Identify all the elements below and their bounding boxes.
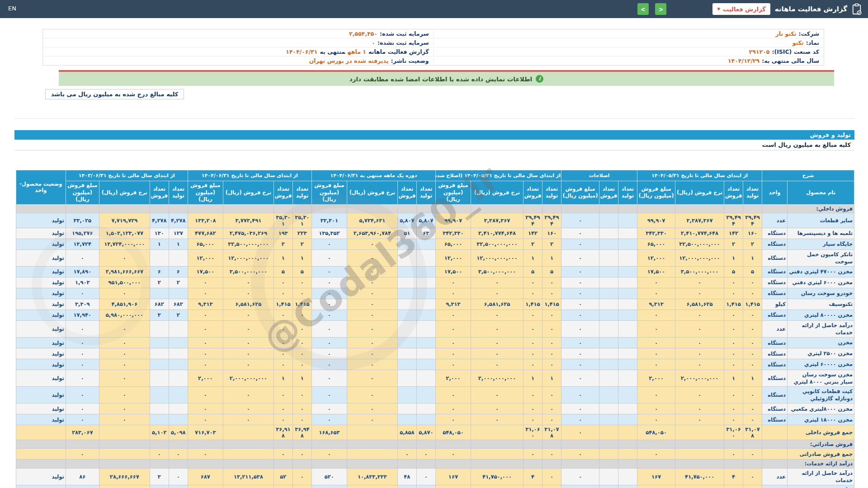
value-cell: ۲,۴۱۰,۷۷۴,۶۴۸ bbox=[471, 228, 523, 239]
value-cell: ۰ bbox=[561, 249, 599, 266]
value-cell bbox=[599, 310, 618, 320]
value-cell: ۳۴۲,۳۳۰ bbox=[637, 228, 675, 239]
value-cell: ۰ bbox=[169, 468, 188, 485]
value-cell: ۰ bbox=[99, 249, 150, 266]
value-cell: ۱۳۵,۳۵۲ bbox=[311, 228, 347, 239]
value-cell: ۰ bbox=[523, 404, 542, 414]
status-cell: تولید bbox=[16, 266, 66, 277]
value-cell: ۶,۵۸۱,۶۲۵ bbox=[471, 299, 523, 310]
report-type-dropdown[interactable]: گزارش فعالیت ▼ bbox=[712, 3, 770, 15]
value-cell bbox=[150, 370, 169, 387]
value-cell bbox=[618, 338, 637, 348]
value-cell: ۱ bbox=[743, 370, 762, 387]
product-name-cell: مخزن ۸۰۰۰لیتري مکعبي bbox=[788, 404, 854, 414]
value-cell: ۱۲,۰۰۰,۰۰۰,۰۰۰ bbox=[675, 249, 724, 266]
value-cell: ۰ bbox=[435, 404, 471, 414]
value-cell: ۰ bbox=[637, 449, 675, 460]
value-cell: ۱۰,۸۳۳,۳۳۳ bbox=[347, 468, 397, 485]
value-cell bbox=[311, 204, 347, 213]
value-cell: ۰ bbox=[561, 320, 599, 337]
info-value: تکنو تار bbox=[776, 30, 797, 37]
value-cell bbox=[561, 440, 599, 449]
product-name-cell: درآمد حاصل از ارائه خدمات bbox=[788, 320, 854, 337]
value-cell: ۰ bbox=[274, 338, 292, 348]
value-cell bbox=[169, 414, 188, 425]
value-cell: ۰ bbox=[66, 414, 99, 425]
value-cell: ۰ bbox=[724, 338, 743, 348]
info-row: نماد:تکنوسرمایه ثبت نشده:۰ bbox=[43, 38, 824, 47]
value-cell bbox=[397, 239, 416, 249]
value-cell: ۰ bbox=[675, 404, 724, 414]
value-cell: ۱۳۳,۲۰۸ bbox=[188, 213, 223, 228]
value-cell bbox=[150, 404, 169, 414]
value-cell bbox=[618, 204, 637, 213]
value-cell: ۵ bbox=[292, 266, 311, 277]
info-cell: سرمایه ثبت شده:۲,۵۵۴,۴۵۰ bbox=[43, 30, 434, 37]
value-cell: ۰ bbox=[416, 449, 435, 460]
value-cell bbox=[150, 249, 169, 266]
value-cell: ۰ bbox=[99, 387, 150, 404]
value-cell: ۲,۰۰۰ bbox=[435, 370, 471, 387]
status-cell: تولید bbox=[16, 387, 66, 404]
product-name-cell: تلمبه ها و دیسپنسرها bbox=[788, 228, 854, 239]
value-cell: ۳۴۲,۳۳۰ bbox=[435, 228, 471, 239]
value-cell: ۵۴۸,۰۵۰ bbox=[435, 425, 471, 440]
value-cell: ۰ bbox=[724, 310, 743, 320]
value-cell: ۴,۲۷۸ bbox=[169, 213, 188, 228]
value-cell: ۰ bbox=[542, 320, 561, 337]
unit-cell: عدد bbox=[762, 320, 788, 337]
column-header: تعداد فروش bbox=[274, 181, 292, 205]
value-cell bbox=[599, 348, 618, 359]
value-cell: ۰ bbox=[542, 348, 561, 359]
value-cell: ۴۱,۷۵۰,۰۰۰ bbox=[471, 468, 523, 485]
product-name-cell: مخزن bbox=[788, 338, 854, 348]
value-cell bbox=[188, 440, 223, 449]
value-cell: ۰ bbox=[347, 288, 397, 299]
unit-cell: دستگاه bbox=[762, 310, 788, 320]
value-cell: ۰ bbox=[99, 338, 150, 348]
value-cell: ۰ bbox=[311, 404, 347, 414]
table-column-header-row: نام محصولواحدتعداد تولیدتعداد فروشنرخ فر… bbox=[16, 181, 854, 205]
column-header: تعداد فروش bbox=[599, 181, 618, 205]
value-cell: ۵,۸۵۸ bbox=[397, 425, 416, 440]
value-cell: ۳ bbox=[150, 310, 169, 320]
status-cell: تولید bbox=[16, 370, 66, 387]
value-cell: ۰ bbox=[188, 310, 223, 320]
value-cell: ۱۲,۰۰۰ bbox=[637, 249, 675, 266]
next-report-button[interactable]: > bbox=[655, 3, 666, 15]
value-cell: ۰ bbox=[724, 288, 743, 299]
value-cell: ۳,۵۰۰,۰۰۰,۰۰۰ bbox=[223, 266, 274, 277]
value-cell: ۰ bbox=[435, 320, 471, 337]
value-cell: ۹,۳۱۳ bbox=[435, 299, 471, 310]
value-cell bbox=[169, 370, 188, 387]
unit-cell: دستگاه bbox=[762, 348, 788, 359]
previous-report-button[interactable]: < bbox=[637, 3, 649, 15]
value-cell: ۰ bbox=[471, 320, 523, 337]
value-cell: ۰ bbox=[523, 387, 542, 404]
value-cell: ۰ bbox=[471, 404, 523, 414]
value-cell: ۰ bbox=[311, 387, 347, 404]
value-cell bbox=[599, 228, 618, 239]
value-cell bbox=[599, 460, 618, 468]
value-cell bbox=[223, 204, 274, 213]
value-cell bbox=[542, 440, 561, 449]
group-header: از ابتدای سال مالی تا تاریخ ۱۴۰۳/۰۶/۳۱ bbox=[66, 170, 188, 181]
column-header: مبلغ فروش (میلیون ریال) bbox=[188, 181, 223, 205]
column-header: نرخ فروش (ریال) bbox=[675, 181, 724, 205]
value-cell bbox=[397, 288, 416, 299]
value-cell: ۴ bbox=[724, 468, 743, 485]
value-cell: ۳۵,۳۰۱ bbox=[274, 213, 292, 228]
value-cell: ۰ bbox=[675, 338, 724, 348]
column-header: نرخ فروش (ریال) bbox=[99, 181, 150, 205]
language-toggle-en[interactable]: EN bbox=[8, 5, 16, 12]
value-cell bbox=[150, 204, 169, 213]
value-cell: ۰ bbox=[542, 468, 561, 485]
value-cell bbox=[599, 288, 618, 299]
value-cell: ۰ bbox=[743, 348, 762, 359]
value-cell: ۸۶ bbox=[66, 468, 99, 485]
table-row: تانکر کامیون حمل سوختدستگاه۱۱۱۲,۰۰۰,۰۰۰,… bbox=[16, 249, 854, 266]
value-cell: ۰ bbox=[435, 359, 471, 370]
status-cell: تولید bbox=[16, 249, 66, 266]
value-cell: ۵۱ bbox=[397, 228, 416, 239]
value-cell bbox=[637, 204, 675, 213]
